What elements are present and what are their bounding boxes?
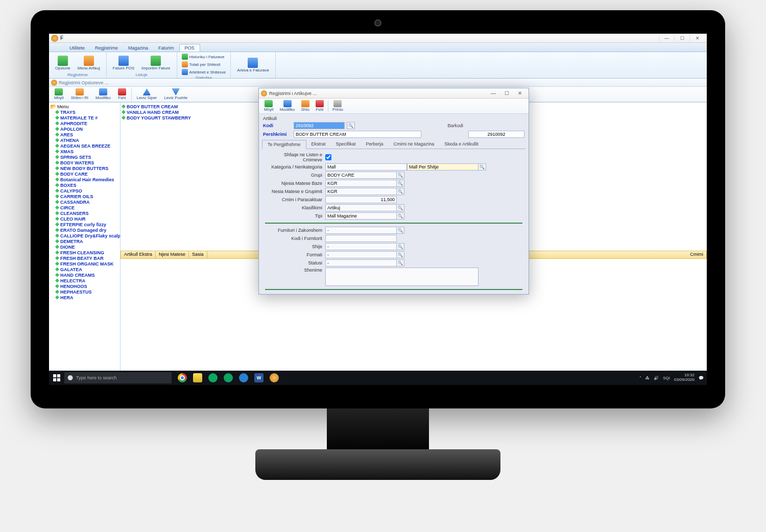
- dlg-fshi[interactable]: Fshi: [313, 100, 327, 112]
- search-njesia-grupimit[interactable]: [396, 188, 404, 195]
- ribbon-tab-utilitete[interactable]: Utilitete: [64, 44, 90, 52]
- taskbar-app-icon[interactable]: [267, 371, 282, 385]
- ribbon-btn-menu-artikuj[interactable]: Menu Artikuj: [75, 53, 103, 72]
- input-kodi[interactable]: [294, 122, 345, 129]
- dialog-titlebar[interactable]: Regjistrimi i Artikujve ... ― ☐ ✕: [259, 88, 529, 99]
- taskbar-word-icon[interactable]: W: [251, 371, 267, 385]
- tree-item[interactable]: MATERIALE TE #: [55, 115, 119, 120]
- close-button[interactable]: ✕: [689, 35, 705, 42]
- tree-item[interactable]: GALATEA: [55, 267, 119, 272]
- tree-root-node[interactable]: Menu: [50, 104, 119, 109]
- tree-item[interactable]: CARRIER OILS: [55, 194, 119, 199]
- tree-item[interactable]: CLEANSERS: [55, 210, 119, 216]
- tab-perberja[interactable]: Perberja: [361, 140, 389, 149]
- tree-item[interactable]: ATHENA: [55, 137, 119, 143]
- ribbon-link-artetimet[interactable]: Artetimet e Shitesve: [180, 68, 228, 76]
- dialog-minimize-button[interactable]: ―: [487, 89, 500, 98]
- tab-pergjithshme[interactable]: Te Pergjithshme: [262, 140, 306, 149]
- chk-shfaqe[interactable]: [325, 154, 331, 160]
- tree-item[interactable]: DEMETRA: [55, 238, 119, 244]
- search-shije[interactable]: [396, 243, 404, 250]
- taskbar-app-icon[interactable]: [236, 371, 251, 385]
- tray-clock[interactable]: 10:32 03/09/2020: [674, 373, 695, 382]
- tree-item[interactable]: HAND CREAMS: [55, 272, 119, 278]
- input-shenime[interactable]: [325, 268, 478, 286]
- taskbar-app-icon[interactable]: [221, 371, 236, 385]
- search-kodi-button[interactable]: [347, 122, 355, 129]
- input-barkodi[interactable]: [468, 131, 524, 138]
- input-cmimi[interactable]: [325, 196, 397, 203]
- tb-leviz-poshte[interactable]: Leviz Poshte: [161, 88, 190, 101]
- input-grupi[interactable]: [325, 172, 397, 179]
- search-klasifikimi[interactable]: [396, 204, 404, 211]
- tree-item[interactable]: ARES: [55, 132, 119, 137]
- tab-ekstrat[interactable]: Ekstrat: [306, 140, 331, 149]
- search-njesia-baze[interactable]: [396, 180, 404, 187]
- tree-item[interactable]: CLEO HAIR: [55, 216, 119, 222]
- tab-cmimi-magazina[interactable]: Cmimi ne Magazina: [389, 140, 440, 149]
- tray-volume-icon[interactable]: 🔊: [654, 376, 659, 380]
- input-kodi-furnitorit[interactable]: [325, 235, 397, 242]
- input-shije[interactable]: [325, 243, 397, 250]
- tb-mbyll[interactable]: Mbyll: [51, 88, 67, 101]
- tree-item[interactable]: HENOHOOS: [55, 283, 119, 289]
- tree-item[interactable]: APOLLON: [55, 126, 119, 132]
- search-tipi[interactable]: [396, 212, 404, 220]
- dlg-mbyll[interactable]: Mbyll: [261, 100, 277, 112]
- tray-notifications-icon[interactable]: 💬: [699, 376, 704, 380]
- col-sasia[interactable]: Sasia: [189, 251, 207, 258]
- tb-modifiko[interactable]: Modifiko: [92, 88, 114, 101]
- taskbar-search[interactable]: ⚪ Type here to search: [64, 372, 172, 383]
- ribbon-link-historiku[interactable]: Historiku i Faturave: [180, 53, 228, 60]
- maximize-button[interactable]: ☐: [674, 35, 689, 42]
- tree-item[interactable]: ERATO Damaged dry: [55, 227, 119, 233]
- tree-item[interactable]: TRAYS: [55, 109, 119, 115]
- tree-item[interactable]: NEW BODY BUTTERS: [55, 165, 119, 171]
- tree-item[interactable]: SPRING SETS: [55, 154, 119, 160]
- tree-item[interactable]: BODY CARE: [55, 171, 119, 177]
- tree-item[interactable]: HEPHAESTUS: [55, 289, 119, 295]
- input-njesia-grupimit[interactable]: [325, 188, 397, 195]
- dlg-modifiko[interactable]: Modifiko: [277, 100, 298, 112]
- tree-item[interactable]: EFTERPIE curly fizzy: [55, 222, 119, 227]
- search-kategoria[interactable]: [478, 163, 486, 171]
- input-kategoria[interactable]: [325, 163, 407, 171]
- tree-item[interactable]: CALYPSO: [55, 188, 119, 194]
- tree-item[interactable]: APHRODITE: [55, 120, 119, 126]
- tree-item[interactable]: HELECTRA: [55, 278, 119, 283]
- input-furnitori[interactable]: [325, 227, 397, 234]
- tree-item[interactable]: DIONE: [55, 244, 119, 250]
- ribbon-tab-faturim[interactable]: Faturim: [153, 44, 179, 52]
- tree-item[interactable]: BODY WATERS: [55, 160, 119, 165]
- ribbon-tab-regjistrime[interactable]: Regjistrime: [90, 44, 123, 52]
- col-njesi-matese[interactable]: Njesi Matese: [156, 251, 189, 258]
- taskbar-explorer-icon[interactable]: [190, 371, 205, 385]
- dialog-maximize-button[interactable]: ☐: [500, 89, 513, 98]
- ribbon-tab-pos[interactable]: POS: [179, 44, 200, 52]
- input-pershkrimi[interactable]: [294, 131, 421, 138]
- minimize-button[interactable]: ―: [659, 35, 674, 42]
- tree-item[interactable]: HERA: [55, 295, 119, 300]
- ribbon-link-totali[interactable]: Totali per Shitesit: [180, 61, 228, 68]
- ribbon-btn-arkiva[interactable]: Arkiva e Faturave: [234, 53, 272, 77]
- tree-item[interactable]: FRESH CLEANSING: [55, 250, 119, 255]
- ribbon-btn-importim-fature[interactable]: Importim Fature: [138, 53, 173, 72]
- input-klasifikimi[interactable]: [325, 204, 397, 211]
- search-furnitori[interactable]: [396, 227, 404, 234]
- tb-fshi[interactable]: Fshi: [115, 88, 129, 101]
- input-formati[interactable]: [325, 251, 397, 258]
- search-statusi[interactable]: [396, 259, 404, 267]
- tree-panel[interactable]: Menu TRAYSMATERIALE TE #APHRODITEAPOLLON…: [49, 103, 121, 378]
- tab-specifikat[interactable]: Specifikat: [331, 140, 361, 149]
- tab-skeda-artikullit[interactable]: Skeda e Artikullit: [439, 140, 484, 149]
- tray-network-icon[interactable]: 🖧: [645, 376, 650, 380]
- col-artikull-ekstra[interactable]: Artikull Ekstra: [121, 251, 156, 258]
- input-tipi[interactable]: [325, 212, 397, 220]
- ribbon-btn-fature-pos[interactable]: Fature POS: [110, 53, 137, 72]
- tb-shtim[interactable]: Shtim i Ri: [68, 88, 91, 101]
- input-statusi[interactable]: [325, 259, 397, 267]
- search-formati[interactable]: [396, 251, 404, 258]
- tree-item[interactable]: FRESH ORGANIC MASK: [55, 261, 119, 267]
- tree-item[interactable]: Botanical Hair Remedies: [55, 177, 119, 182]
- taskbar-app-icon[interactable]: [205, 371, 221, 385]
